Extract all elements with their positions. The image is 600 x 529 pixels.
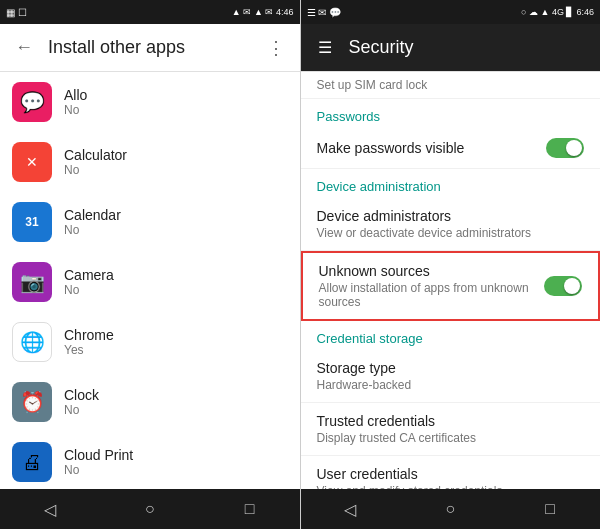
security-settings-list: Set up SIM card lock Passwords Make pass… [301, 72, 601, 489]
app-name: Chrome [64, 327, 288, 343]
left-toolbar-title: Install other apps [48, 37, 252, 58]
left-panel: ▦ ☐ ▲ ✉ ▲ ✉ 4:46 ← Install other apps ⋮ … [0, 0, 301, 529]
sim-card-lock-item[interactable]: Set up SIM card lock [301, 72, 601, 99]
notification-icons: ▦ ☐ [6, 7, 27, 18]
calendar-icon: 31 [12, 202, 52, 242]
home-nav-button[interactable]: ○ [138, 497, 162, 521]
left-status-icons: ▦ ☐ [6, 7, 27, 18]
right-back-nav-button[interactable]: ◁ [338, 497, 362, 521]
unknown-sources-item[interactable]: Unknown sources Allow installation of ap… [301, 251, 601, 321]
app-list: 💬 Allo No ✕ Calculator No 31 Calendar No… [0, 72, 300, 489]
left-toolbar: ← Install other apps ⋮ [0, 24, 300, 72]
list-item[interactable]: 31 Calendar No [0, 192, 300, 252]
app-name: Calendar [64, 207, 288, 223]
right-status-left: ☰ ✉ 💬 [307, 7, 342, 18]
right-signal-info: ○ ☁ ▲ 4G ▊ [521, 7, 573, 17]
unknown-sources-title: Unknown sources [319, 263, 545, 279]
user-credentials-item[interactable]: User credentials View and modify stored … [301, 456, 601, 489]
user-credentials-subtitle: View and modify stored credentials [317, 484, 585, 489]
app-status: No [64, 283, 288, 297]
more-options-button[interactable]: ⋮ [260, 32, 292, 64]
app-status: Yes [64, 343, 288, 357]
device-admin-title: Device administrators [317, 208, 585, 224]
make-passwords-visible-item[interactable]: Make passwords visible [301, 128, 601, 169]
unknown-sources-subtitle: Allow installation of apps from unknown … [319, 281, 545, 309]
allo-icon: 💬 [12, 82, 52, 122]
storage-type-subtitle: Hardware-backed [317, 378, 585, 392]
recents-nav-button[interactable]: □ [238, 497, 262, 521]
back-button[interactable]: ← [8, 32, 40, 64]
app-status: No [64, 163, 288, 177]
right-status-info: ▲ ✉ ▲ ✉ 4:46 [232, 7, 294, 17]
security-toolbar: ☰ Security [301, 24, 601, 72]
user-credentials-title: User credentials [317, 466, 585, 482]
app-status: No [64, 403, 288, 417]
hamburger-icon: ☰ [318, 38, 332, 57]
list-item[interactable]: 🌐 Chrome Yes [0, 312, 300, 372]
left-time: ▲ ✉ 4:46 [254, 7, 293, 17]
right-notification-icons: ☰ ✉ 💬 [307, 7, 342, 18]
right-recents-nav-button[interactable]: □ [538, 497, 562, 521]
back-nav-button[interactable]: ◁ [38, 497, 62, 521]
calculator-icon: ✕ [12, 142, 52, 182]
left-status-bar: ▦ ☐ ▲ ✉ ▲ ✉ 4:46 [0, 0, 300, 24]
chrome-icon: 🌐 [12, 322, 52, 362]
right-time: 6:46 [576, 7, 594, 17]
device-admin-subtitle: View or deactivate device administrators [317, 226, 585, 240]
signal-icons: ▲ ✉ [232, 7, 251, 17]
credential-storage-section-header: Credential storage [301, 321, 601, 350]
right-status-right: ○ ☁ ▲ 4G ▊ 6:46 [521, 7, 594, 17]
device-admin-section-header: Device administration [301, 169, 601, 198]
storage-type-item[interactable]: Storage type Hardware-backed [301, 350, 601, 403]
trusted-credentials-item[interactable]: Trusted credentials Display trusted CA c… [301, 403, 601, 456]
passwords-visible-title: Make passwords visible [317, 140, 547, 156]
list-item[interactable]: 💬 Allo No [0, 72, 300, 132]
app-name: Cloud Print [64, 447, 288, 463]
app-status: No [64, 463, 288, 477]
passwords-visible-toggle[interactable] [546, 138, 584, 158]
app-status: No [64, 103, 288, 117]
list-item[interactable]: ✕ Calculator No [0, 132, 300, 192]
unknown-sources-toggle[interactable] [544, 276, 582, 296]
app-name: Camera [64, 267, 288, 283]
cloudprint-icon: 🖨 [12, 442, 52, 482]
right-nav-bar: ◁ ○ □ [301, 489, 601, 529]
app-name: Clock [64, 387, 288, 403]
list-item[interactable]: 📷 Camera No [0, 252, 300, 312]
left-nav-bar: ◁ ○ □ [0, 489, 300, 529]
storage-type-title: Storage type [317, 360, 585, 376]
security-toolbar-title: Security [349, 37, 593, 58]
passwords-section-header: Passwords [301, 99, 601, 128]
right-panel: ☰ ✉ 💬 ○ ☁ ▲ 4G ▊ 6:46 ☰ Security Set up … [301, 0, 601, 529]
app-name: Allo [64, 87, 288, 103]
app-status: No [64, 223, 288, 237]
camera-icon: 📷 [12, 262, 52, 302]
list-item[interactable]: 🖨 Cloud Print No [0, 432, 300, 489]
security-menu-button[interactable]: ☰ [309, 32, 341, 64]
clock-icon: ⏰ [12, 382, 52, 422]
trusted-credentials-title: Trusted credentials [317, 413, 585, 429]
list-item[interactable]: ⏰ Clock No [0, 372, 300, 432]
trusted-credentials-subtitle: Display trusted CA certificates [317, 431, 585, 445]
right-status-bar: ☰ ✉ 💬 ○ ☁ ▲ 4G ▊ 6:46 [301, 0, 601, 24]
right-home-nav-button[interactable]: ○ [438, 497, 462, 521]
device-administrators-item[interactable]: Device administrators View or deactivate… [301, 198, 601, 251]
app-name: Calculator [64, 147, 288, 163]
